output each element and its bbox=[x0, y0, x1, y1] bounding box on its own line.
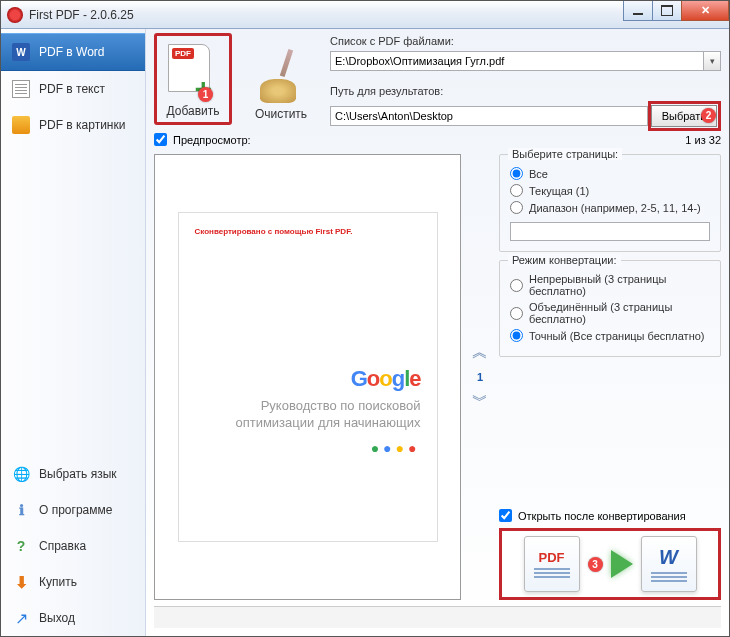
doc-title: Руководство по поисковой оптимизации для… bbox=[195, 398, 421, 432]
open-after-checkbox[interactable] bbox=[499, 509, 512, 522]
pages-range-radio[interactable]: Диапазон (например, 2-5, 11, 14-) bbox=[510, 201, 710, 214]
mode-fieldset: Режим конвертации: Непрерывный (3 страни… bbox=[499, 260, 721, 357]
window-controls bbox=[624, 1, 729, 21]
files-list-label: Список с PDF файлами: bbox=[330, 35, 721, 47]
buy-icon: ⬇ bbox=[11, 572, 31, 592]
mode-merged-radio[interactable]: Объединённый (3 страницы бесплатно) bbox=[510, 301, 710, 325]
help-icon: ? bbox=[11, 536, 31, 556]
window-title: First PDF - 2.0.6.25 bbox=[29, 8, 134, 22]
open-after-checkbox-row[interactable]: Открыть после конвертирования bbox=[499, 509, 721, 522]
files-list-input[interactable] bbox=[330, 51, 704, 71]
select-button-label: Выбрать bbox=[662, 110, 706, 122]
maximize-button[interactable] bbox=[652, 1, 682, 21]
info-icon: ℹ bbox=[11, 500, 31, 520]
broom-icon bbox=[256, 47, 306, 103]
sidebar-item-label: PDF в Word bbox=[39, 45, 105, 59]
convert-button[interactable]: PDF 3 W bbox=[499, 528, 721, 600]
sidebar-item-label: Купить bbox=[39, 575, 77, 589]
sidebar-item-buy[interactable]: ⬇ Купить bbox=[1, 564, 145, 600]
minimize-button[interactable] bbox=[623, 1, 653, 21]
word-icon: W bbox=[11, 42, 31, 62]
sidebar-item-label: Справка bbox=[39, 539, 86, 553]
page-up-arrow[interactable]: ︽ bbox=[472, 342, 488, 363]
play-icon bbox=[611, 550, 633, 578]
google-logo: Google bbox=[351, 366, 421, 392]
text-icon bbox=[11, 79, 31, 99]
preview-header: Предпросмотр: 1 из 32 bbox=[154, 133, 721, 146]
sidebar-item-about[interactable]: ℹ О программе bbox=[1, 492, 145, 528]
pages-all-radio[interactable]: Все bbox=[510, 167, 710, 180]
preview-box: Сконвертировано с помощью First PDF. Goo… bbox=[154, 154, 461, 600]
page-nav: ︽ 1 ︾ bbox=[469, 154, 491, 600]
output-path-label: Путь для результатов: bbox=[330, 85, 721, 97]
select-button-highlight: Выбрать 2 bbox=[648, 101, 721, 131]
decorative-dots: ●●●● bbox=[195, 440, 421, 456]
sidebar-item-label: Выбрать язык bbox=[39, 467, 117, 481]
pages-current-radio[interactable]: Текущая (1) bbox=[510, 184, 710, 197]
close-button[interactable] bbox=[681, 1, 729, 21]
word-target-icon: W bbox=[641, 536, 697, 592]
add-button-label: Добавить bbox=[166, 104, 219, 118]
sidebar-item-help[interactable]: ? Справка bbox=[1, 528, 145, 564]
preview-checkbox[interactable] bbox=[154, 133, 167, 146]
exit-icon: ↗ bbox=[11, 608, 31, 628]
current-page-number: 1 bbox=[477, 371, 483, 383]
page-count-label: 1 из 32 bbox=[685, 134, 721, 146]
sidebar-item-pdf-to-text[interactable]: PDF в текст bbox=[1, 71, 145, 107]
annotation-badge-2: 2 bbox=[701, 108, 716, 123]
clear-button[interactable]: Очистить bbox=[242, 33, 320, 125]
sidebar-item-label: PDF в текст bbox=[39, 82, 105, 96]
titlebar: First PDF - 2.0.6.25 bbox=[1, 1, 729, 29]
mode-legend: Режим конвертации: bbox=[508, 254, 621, 266]
status-bar bbox=[154, 606, 721, 628]
globe-icon: 🌐 bbox=[11, 464, 31, 484]
sidebar-item-label: О программе bbox=[39, 503, 112, 517]
sidebar: W PDF в Word PDF в текст PDF в картинки … bbox=[1, 29, 146, 636]
app-icon bbox=[7, 7, 23, 23]
open-after-label: Открыть после конвертирования bbox=[518, 510, 686, 522]
pages-legend: Выберите страницы: bbox=[508, 148, 622, 160]
sidebar-item-language[interactable]: 🌐 Выбрать язык bbox=[1, 456, 145, 492]
sidebar-item-label: Выход bbox=[39, 611, 75, 625]
output-path-input[interactable] bbox=[330, 106, 648, 126]
annotation-badge-3: 3 bbox=[588, 557, 603, 572]
sidebar-item-exit[interactable]: ↗ Выход bbox=[1, 600, 145, 636]
clear-button-label: Очистить bbox=[255, 107, 307, 121]
annotation-badge-1: 1 bbox=[198, 87, 213, 102]
mode-exact-radio[interactable]: Точный (Все страницы бесплатно) bbox=[510, 329, 710, 342]
preview-label: Предпросмотр: bbox=[173, 134, 251, 146]
sidebar-item-pdf-to-images[interactable]: PDF в картинки bbox=[1, 107, 145, 143]
pages-fieldset: Выберите страницы: Все Текущая (1) Диапа… bbox=[499, 154, 721, 252]
files-dropdown-arrow[interactable]: ▾ bbox=[704, 51, 721, 71]
sidebar-item-label: PDF в картинки bbox=[39, 118, 125, 132]
sidebar-item-pdf-to-word[interactable]: W PDF в Word bbox=[1, 33, 145, 71]
watermark-text: Сконвертировано с помощью First PDF. bbox=[195, 227, 421, 236]
page-down-arrow[interactable]: ︾ bbox=[472, 391, 488, 412]
mode-continuous-radio[interactable]: Непрерывный (3 страницы бесплатно) bbox=[510, 273, 710, 297]
pdf-source-icon: PDF bbox=[524, 536, 580, 592]
pages-range-input[interactable] bbox=[510, 222, 710, 241]
images-icon bbox=[11, 115, 31, 135]
pdf-page-preview: Сконвертировано с помощью First PDF. Goo… bbox=[178, 212, 438, 542]
add-button[interactable]: PDF+ 1 Добавить bbox=[154, 33, 232, 125]
